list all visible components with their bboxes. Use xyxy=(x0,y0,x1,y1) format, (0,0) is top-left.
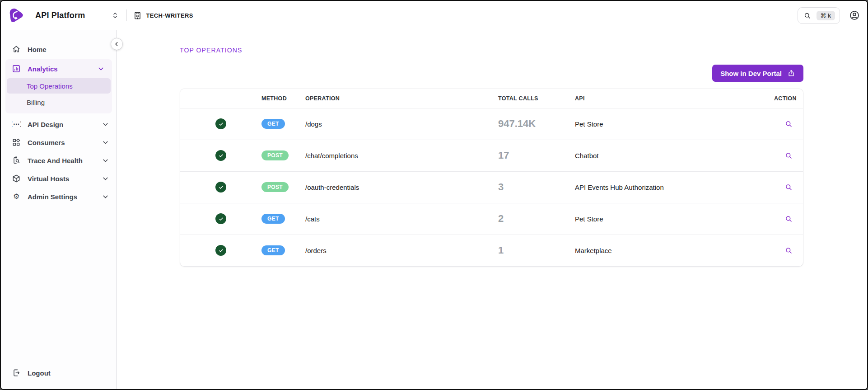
sidebar-item-api-design[interactable]: {···} API Design xyxy=(1,115,117,133)
sidebar-item-label: Trace And Health xyxy=(28,157,83,164)
table-row: POST /chat/completions 17 Chatbot xyxy=(180,140,803,171)
top-operations-table-card: METHOD OPERATION TOTAL CALLS API ACTION … xyxy=(180,89,803,267)
api-cell: Pet Store xyxy=(575,108,774,140)
view-operation-button[interactable] xyxy=(783,213,795,225)
total-calls-column-header: TOTAL CALLS xyxy=(498,89,575,108)
api-cell: Chatbot xyxy=(575,140,774,171)
method-badge: POST xyxy=(261,150,289,160)
operation-cell: /oauth-credentials xyxy=(305,171,498,203)
api-cell: Marketplace xyxy=(575,235,774,266)
sidebar-collapse-button[interactable] xyxy=(111,38,123,50)
search-shortcut-badge: ⌘ k xyxy=(817,11,835,20)
unfold-more-icon xyxy=(111,11,119,19)
table-row: GET /orders 1 Marketplace xyxy=(180,235,803,266)
main-content: TOP OPERATIONS Show in Dev Portal xyxy=(117,30,867,389)
operation-cell: /orders xyxy=(305,235,498,266)
sidebar-item-virtual-hosts[interactable]: Virtual Hosts xyxy=(1,169,117,188)
logout-icon xyxy=(12,368,21,377)
sidebar-item-label: API Design xyxy=(28,121,63,128)
sidebar-group-analytics: Analytics Top Operations Billing xyxy=(5,59,112,113)
top-bar: API Platform TECH-WRITERS xyxy=(1,1,867,30)
status-column-header xyxy=(180,89,261,108)
api-cell: Pet Store xyxy=(575,203,774,235)
operation-cell: /dogs xyxy=(305,108,498,140)
chevron-down-icon xyxy=(97,65,105,73)
method-badge: GET xyxy=(261,245,285,255)
app-title: API Platform xyxy=(35,11,85,20)
trace-health-icon xyxy=(12,156,21,165)
view-operation-button[interactable] xyxy=(783,118,795,130)
table-row: GET /dogs 947.14K Pet Store xyxy=(180,108,803,140)
success-check-icon xyxy=(215,245,226,256)
method-badge: GET xyxy=(261,214,285,224)
sidebar-item-label: Virtual Hosts xyxy=(28,175,69,183)
chevron-down-icon xyxy=(102,157,109,164)
chevron-down-icon xyxy=(102,121,109,128)
sidebar-item-top-operations[interactable]: Top Operations xyxy=(7,78,111,94)
sidebar-item-label: Home xyxy=(28,46,47,53)
organization-selector[interactable]: TECH-WRITERS xyxy=(133,11,193,20)
table-row: POST /oauth-credentials 3 API Events Hub… xyxy=(180,171,803,203)
virtual-hosts-icon xyxy=(12,174,21,183)
view-operation-button[interactable] xyxy=(783,181,795,193)
sidebar-item-consumers[interactable]: Consumers xyxy=(1,133,117,151)
svg-text:{···}: {···} xyxy=(12,121,21,127)
success-check-icon xyxy=(215,213,226,224)
method-badge: POST xyxy=(261,182,289,192)
sidebar: Home Analytics xyxy=(1,30,117,389)
view-operation-button[interactable] xyxy=(783,150,795,162)
api-cell: API Events Hub Authorization xyxy=(575,171,774,203)
action-column-header: ACTION xyxy=(774,89,803,108)
api-column-header: API xyxy=(575,89,774,108)
consumers-icon xyxy=(12,138,21,147)
sidebar-subitem-label: Top Operations xyxy=(27,82,73,90)
chevron-down-icon xyxy=(102,139,109,146)
sidebar-item-label: Analytics xyxy=(28,65,58,73)
chevron-down-icon xyxy=(102,193,109,201)
show-in-dev-portal-button[interactable]: Show in Dev Portal xyxy=(712,65,803,82)
brand-logo-icon xyxy=(7,7,24,24)
sidebar-item-admin-settings[interactable]: ⚙ Admin Settings xyxy=(1,188,117,206)
sidebar-item-label: Admin Settings xyxy=(28,193,77,201)
page-title: TOP OPERATIONS xyxy=(180,47,803,54)
total-calls-cell: 947.14K xyxy=(498,108,575,140)
top-operations-table: METHOD OPERATION TOTAL CALLS API ACTION … xyxy=(180,89,803,266)
analytics-icon xyxy=(12,64,21,73)
logout-button[interactable]: Logout xyxy=(1,364,117,382)
sidebar-footer-divider xyxy=(6,359,111,359)
app-window: API Platform TECH-WRITERS xyxy=(0,0,868,390)
organization-icon xyxy=(133,11,142,20)
user-account-icon[interactable] xyxy=(849,10,860,21)
operation-cell: /cats xyxy=(305,203,498,235)
total-calls-cell: 3 xyxy=(498,171,575,203)
operation-column-header: OPERATION xyxy=(305,89,498,108)
chevron-down-icon xyxy=(102,175,109,183)
sidebar-item-analytics[interactable]: Analytics xyxy=(5,60,112,77)
method-column-header: METHOD xyxy=(261,89,305,108)
logout-label: Logout xyxy=(28,369,51,377)
workspace-switcher[interactable]: API Platform xyxy=(24,11,119,20)
table-row: GET /cats 2 Pet Store xyxy=(180,203,803,235)
sidebar-item-billing[interactable]: Billing xyxy=(7,94,111,110)
sidebar-item-trace-and-health[interactable]: Trace And Health xyxy=(1,151,117,169)
sidebar-subitem-label: Billing xyxy=(27,99,45,106)
operation-cell: /chat/completions xyxy=(305,140,498,171)
success-check-icon xyxy=(215,150,226,161)
topbar-divider xyxy=(126,9,127,21)
search-icon xyxy=(803,12,811,19)
home-icon xyxy=(12,45,21,54)
export-icon xyxy=(787,69,795,77)
total-calls-cell: 1 xyxy=(498,235,575,266)
view-operation-button[interactable] xyxy=(783,244,795,257)
sidebar-item-label: Consumers xyxy=(28,139,65,146)
gear-icon: ⚙ xyxy=(12,192,21,201)
table-header-row: METHOD OPERATION TOTAL CALLS API ACTION xyxy=(180,89,803,108)
success-check-icon xyxy=(215,118,226,129)
global-search[interactable]: ⌘ k xyxy=(798,7,840,24)
sidebar-item-home[interactable]: Home xyxy=(1,40,117,58)
organization-name: TECH-WRITERS xyxy=(146,12,193,19)
api-design-icon: {···} xyxy=(12,120,21,129)
total-calls-cell: 2 xyxy=(498,203,575,235)
total-calls-cell: 17 xyxy=(498,140,575,171)
cta-label: Show in Dev Portal xyxy=(720,70,782,77)
